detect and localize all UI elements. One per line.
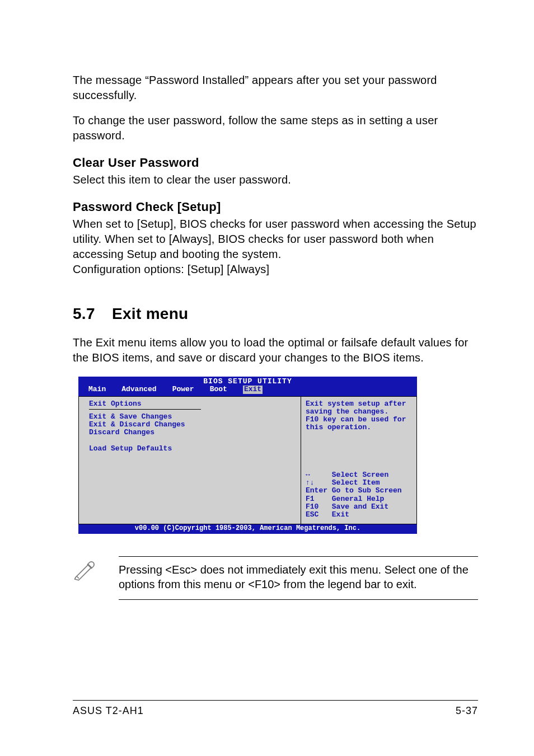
password-check-text1: When set to [Setup], BIOS checks for use… xyxy=(73,217,478,262)
bios-key-row: ESC Exit xyxy=(306,511,412,519)
bios-key-row: ↔ Select Screen xyxy=(306,471,412,479)
bios-item-load-defaults[interactable]: Load Setup Defaults xyxy=(89,445,295,453)
bios-item-discard[interactable]: Discard Changes xyxy=(89,429,295,436)
bios-body: Exit Options Exit & Save Changes Exit & … xyxy=(78,396,417,524)
section-name: Exit menu xyxy=(112,305,189,322)
bios-item-exit-discard[interactable]: Exit & Discard Changes xyxy=(89,421,295,429)
bios-key-row: F1 General Help xyxy=(306,495,412,503)
bios-title: BIOS SETUP UTILITY xyxy=(78,378,417,386)
footer-left: ASUS T2-AH1 xyxy=(73,705,144,717)
bios-key-row: ↑↓ Select Item xyxy=(306,479,412,487)
bios-tab-exit[interactable]: Exit xyxy=(243,386,263,393)
bios-tab-advanced[interactable]: Advanced xyxy=(121,386,156,393)
bios-tabs: Main Advanced Power Boot Exit xyxy=(78,386,417,395)
clear-user-heading: Clear User Password xyxy=(73,156,478,170)
password-check-text2: Configuration options: [Setup] [Always] xyxy=(73,262,478,277)
bios-item-spacer xyxy=(89,437,295,445)
bios-left-panel: Exit Options Exit & Save Changes Exit & … xyxy=(79,397,301,524)
bios-help-text: Exit system setup after saving the chang… xyxy=(306,400,412,432)
intro-p1: The message “Password Installed” appears… xyxy=(73,73,478,103)
note-text: Pressing <Esc> does not immediately exit… xyxy=(119,556,478,600)
bios-divider xyxy=(89,409,201,410)
footer-right: 5-37 xyxy=(456,705,478,717)
bios-tab-boot[interactable]: Boot xyxy=(210,386,227,393)
bios-tab-power[interactable]: Power xyxy=(172,386,194,393)
bios-screenshot: BIOS SETUP UTILITY Main Advanced Power B… xyxy=(78,377,417,534)
bios-key-row: Enter Go to Sub Screen xyxy=(306,487,412,495)
bios-item-exit-save[interactable]: Exit & Save Changes xyxy=(89,413,295,421)
intro-p2: To change the user password, follow the … xyxy=(73,113,478,143)
bios-tab-main[interactable]: Main xyxy=(88,386,106,393)
bios-left-heading: Exit Options xyxy=(89,400,295,408)
section-intro: The Exit menu items allow you to load th… xyxy=(73,335,478,365)
password-check-heading: Password Check [Setup] xyxy=(73,200,478,214)
note-icon xyxy=(73,560,96,583)
bios-header: BIOS SETUP UTILITY Main Advanced Power B… xyxy=(78,377,417,396)
page-footer: ASUS T2-AH1 5-37 xyxy=(73,700,478,717)
section-title: 5.7Exit menu xyxy=(73,305,478,323)
bios-right-panel: Exit system setup after saving the chang… xyxy=(301,397,416,524)
bios-key-legend: ↔ Select Screen↑↓ Select ItemEnter Go to… xyxy=(306,471,412,519)
note: Pressing <Esc> does not immediately exit… xyxy=(73,556,478,600)
bios-footer: v00.00 (C)Copyright 1985-2003, American … xyxy=(78,524,417,534)
clear-user-text: Select this item to clear the user passw… xyxy=(73,172,478,187)
section-num: 5.7 xyxy=(73,305,112,323)
page: The message “Password Installed” appears… xyxy=(0,0,534,756)
bios-key-row: F10 Save and Exit xyxy=(306,503,412,511)
